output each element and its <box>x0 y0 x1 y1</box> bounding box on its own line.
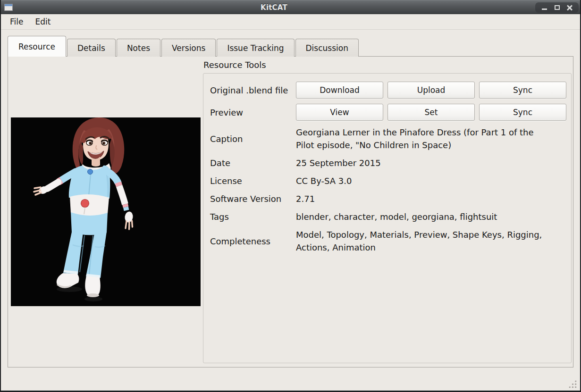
completeness-value: Model, Topology, Materials, Preview, Sha… <box>296 228 546 254</box>
field-label: Caption <box>210 134 296 144</box>
field-label: Original .blend file <box>210 85 296 95</box>
menu-bar: File Edit <box>1 14 580 30</box>
tab-notes[interactable]: Notes <box>117 39 160 57</box>
tab-issue-tracking[interactable]: Issue Tracking <box>217 39 294 57</box>
tab-bar: Resource Details Notes Versions Issue Tr… <box>8 36 573 57</box>
field-label: Date <box>210 158 296 168</box>
field-row-blend-file: Original .blend file Download Upload Syn… <box>210 82 564 99</box>
content-area: Resource Details Notes Versions Issue Tr… <box>1 30 580 391</box>
resource-tab-panel: Resource Tools Original .blend file Down… <box>8 56 573 367</box>
minimize-button[interactable] <box>540 4 548 11</box>
menu-file[interactable]: File <box>9 16 24 27</box>
window-title: KitCAT <box>13 3 535 12</box>
set-button[interactable]: Set <box>387 104 475 121</box>
maximize-icon <box>555 5 560 10</box>
field-label: Completeness <box>210 236 296 246</box>
app-window: KitCAT File Edit Resource Details Notes … <box>0 0 581 392</box>
caption-value: Georgiana Lerner in the Pinafore Dress (… <box>296 126 546 151</box>
upload-button[interactable]: Upload <box>387 82 475 99</box>
field-row-caption: Caption Georgiana Lerner in the Pinafore… <box>210 126 564 151</box>
license-value: CC By-SA 3.0 <box>296 175 546 187</box>
resource-tools-group: Original .blend file Download Upload Syn… <box>203 73 572 363</box>
tab-resource[interactable]: Resource <box>8 36 66 57</box>
resource-tools-title: Resource Tools <box>203 59 572 73</box>
close-button[interactable] <box>565 4 574 11</box>
field-row-completeness: Completeness Model, Topology, Materials,… <box>210 228 564 254</box>
view-button[interactable]: View <box>296 104 383 121</box>
date-value: 25 September 2015 <box>296 157 546 169</box>
minimize-icon <box>542 8 547 10</box>
field-label: Preview <box>210 108 296 117</box>
sync-blend-button[interactable]: Sync <box>479 82 566 99</box>
tab-discussion[interactable]: Discussion <box>295 39 359 57</box>
field-row-tags: Tags blender, character, model, georgian… <box>210 210 564 223</box>
window-menu-icon[interactable] <box>4 4 13 11</box>
field-label: Software Version <box>210 194 296 204</box>
field-row-date: Date 25 September 2015 <box>210 157 564 169</box>
tab-details[interactable]: Details <box>67 39 116 57</box>
character-preview-image <box>11 117 201 306</box>
field-row-license: License CC By-SA 3.0 <box>210 175 564 187</box>
field-label: License <box>210 176 296 186</box>
sync-preview-button[interactable]: Sync <box>479 104 566 121</box>
window-controls <box>535 2 579 13</box>
field-row-preview: Preview View Set Sync <box>210 104 564 121</box>
maximize-button[interactable] <box>553 4 561 11</box>
tab-versions[interactable]: Versions <box>161 39 216 57</box>
download-button[interactable]: Download <box>296 82 383 99</box>
field-label: Tags <box>210 212 296 222</box>
preview-pane <box>8 57 203 367</box>
software-version-value: 2.71 <box>296 192 546 205</box>
tags-value: blender, character, model, georgiana, fl… <box>296 210 546 223</box>
titlebar[interactable]: KitCAT <box>1 0 580 14</box>
resource-tools-pane: Resource Tools Original .blend file Down… <box>203 57 573 367</box>
menu-edit[interactable]: Edit <box>34 16 51 27</box>
field-row-software-version: Software Version 2.71 <box>210 192 564 205</box>
